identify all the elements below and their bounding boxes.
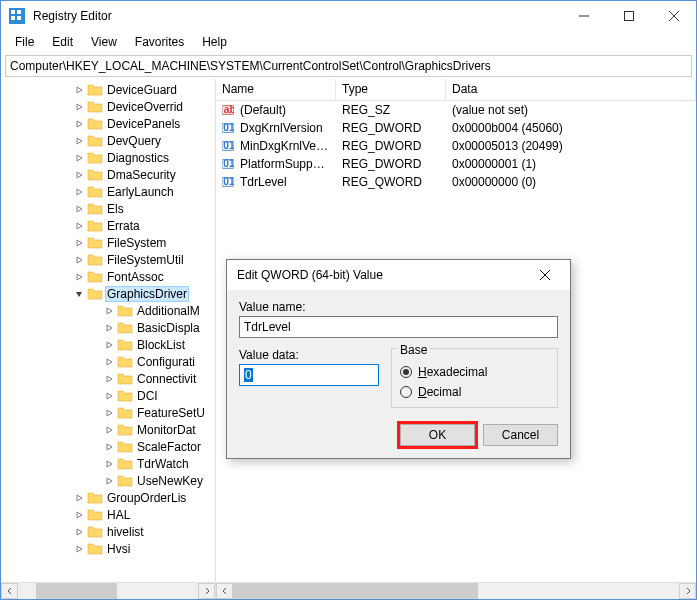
close-button[interactable] — [651, 1, 696, 31]
chevron-right-icon[interactable] — [101, 303, 117, 319]
tree-hscrollbar[interactable] — [1, 582, 215, 599]
tree-item[interactable]: FeatureSetU — [1, 404, 215, 421]
tree-item[interactable]: Connectivit — [1, 370, 215, 387]
titlebar[interactable]: Registry Editor — [1, 1, 696, 31]
chevron-right-icon[interactable] — [71, 490, 87, 506]
tree-pane[interactable]: DeviceGuardDeviceOverridDevicePanelsDevQ… — [1, 79, 216, 599]
maximize-button[interactable] — [606, 1, 651, 31]
tree-item[interactable]: AdditionalM — [1, 302, 215, 319]
tree-item[interactable]: Configurati — [1, 353, 215, 370]
chevron-right-icon[interactable] — [71, 235, 87, 251]
chevron-right-icon[interactable] — [71, 269, 87, 285]
chevron-right-icon[interactable] — [101, 405, 117, 421]
chevron-right-icon[interactable] — [71, 82, 87, 98]
tree-item[interactable]: TdrWatch — [1, 455, 215, 472]
tree-item[interactable]: DCI — [1, 387, 215, 404]
tree-item[interactable]: DeviceGuard — [1, 81, 215, 98]
scroll-right-icon[interactable] — [198, 583, 215, 599]
menu-view[interactable]: View — [83, 33, 125, 51]
tree-item[interactable]: FontAssoc — [1, 268, 215, 285]
radio-hexadecimal[interactable]: Hexadecimal — [400, 365, 549, 379]
dialog-titlebar[interactable]: Edit QWORD (64-bit) Value — [227, 260, 570, 290]
minimize-button[interactable] — [561, 1, 606, 31]
tree-item[interactable]: BasicDispla — [1, 319, 215, 336]
tree-item[interactable]: GroupOrderLis — [1, 489, 215, 506]
tree-item[interactable]: EarlyLaunch — [1, 183, 215, 200]
value-row[interactable]: 011MinDxgKrnlVersi...REG_DWORD0x00005013… — [216, 137, 696, 155]
value-type: REG_SZ — [336, 103, 446, 117]
string-value-icon: ab — [216, 103, 234, 117]
scroll-right-icon[interactable] — [679, 583, 696, 599]
chevron-right-icon[interactable] — [101, 354, 117, 370]
chevron-right-icon[interactable] — [101, 371, 117, 387]
tree-item[interactable]: DeviceOverrid — [1, 98, 215, 115]
tree-item[interactable]: ScaleFactor — [1, 438, 215, 455]
chevron-down-icon[interactable] — [71, 286, 87, 302]
chevron-right-icon[interactable] — [71, 99, 87, 115]
chevron-right-icon[interactable] — [71, 252, 87, 268]
dialog-close-button[interactable] — [530, 260, 560, 290]
chevron-right-icon[interactable] — [71, 218, 87, 234]
folder-icon — [87, 541, 103, 557]
svg-rect-6 — [624, 12, 633, 21]
menu-help[interactable]: Help — [194, 33, 235, 51]
chevron-right-icon[interactable] — [101, 473, 117, 489]
chevron-right-icon[interactable] — [71, 133, 87, 149]
col-type[interactable]: Type — [336, 79, 446, 100]
chevron-right-icon[interactable] — [71, 184, 87, 200]
ok-button[interactable]: OK — [400, 424, 475, 446]
address-bar[interactable]: Computer\HKEY_LOCAL_MACHINE\SYSTEM\Curre… — [5, 55, 692, 77]
chevron-right-icon[interactable] — [101, 320, 117, 336]
chevron-right-icon[interactable] — [101, 337, 117, 353]
menu-file[interactable]: File — [7, 33, 42, 51]
value-row[interactable]: 011DxgKrnlVersionREG_DWORD0x0000b004 (45… — [216, 119, 696, 137]
tree-item[interactable]: Hvsi — [1, 540, 215, 557]
tree-item[interactable]: DmaSecurity — [1, 166, 215, 183]
chevron-right-icon[interactable] — [71, 150, 87, 166]
scroll-left-icon[interactable] — [1, 583, 18, 599]
tree-label: DeviceGuard — [105, 83, 179, 97]
chevron-right-icon[interactable] — [71, 524, 87, 540]
chevron-right-icon[interactable] — [71, 507, 87, 523]
radio-decimal[interactable]: Decimal — [400, 385, 549, 399]
tree-item[interactable]: BlockList — [1, 336, 215, 353]
chevron-right-icon[interactable] — [71, 167, 87, 183]
value-name: DxgKrnlVersion — [234, 121, 336, 135]
tree-item[interactable]: DevQuery — [1, 132, 215, 149]
chevron-right-icon[interactable] — [101, 456, 117, 472]
columns-header[interactable]: Name Type Data — [216, 79, 696, 101]
folder-icon — [87, 167, 103, 183]
cancel-button[interactable]: Cancel — [483, 424, 558, 446]
folder-icon — [87, 82, 103, 98]
tree-item[interactable]: FileSystem — [1, 234, 215, 251]
folder-icon — [87, 184, 103, 200]
tree-label: Hvsi — [105, 542, 132, 556]
tree-item[interactable]: GraphicsDriver — [1, 285, 215, 302]
tree-item[interactable]: HAL — [1, 506, 215, 523]
tree-item[interactable]: Errata — [1, 217, 215, 234]
chevron-right-icon[interactable] — [71, 201, 87, 217]
value-row[interactable]: ab(Default)REG_SZ(value not set) — [216, 101, 696, 119]
tree-item[interactable]: DevicePanels — [1, 115, 215, 132]
value-data-field[interactable]: 0 — [239, 364, 379, 386]
tree-item[interactable]: Els — [1, 200, 215, 217]
tree-item[interactable]: MonitorDat — [1, 421, 215, 438]
tree-item[interactable]: hivelist — [1, 523, 215, 540]
menu-edit[interactable]: Edit — [44, 33, 81, 51]
chevron-right-icon[interactable] — [71, 541, 87, 557]
tree-item[interactable]: UseNewKey — [1, 472, 215, 489]
value-row[interactable]: 011PlatformSuppor...REG_DWORD0x00000001 … — [216, 155, 696, 173]
scroll-left-icon[interactable] — [216, 583, 233, 599]
col-data[interactable]: Data — [446, 79, 696, 100]
chevron-right-icon[interactable] — [71, 116, 87, 132]
menu-favorites[interactable]: Favorites — [127, 33, 192, 51]
col-name[interactable]: Name — [216, 79, 336, 100]
tree-item[interactable]: Diagnostics — [1, 149, 215, 166]
value-name-field[interactable]: TdrLevel — [239, 316, 558, 338]
tree-item[interactable]: FileSystemUtil — [1, 251, 215, 268]
chevron-right-icon[interactable] — [101, 388, 117, 404]
chevron-right-icon[interactable] — [101, 439, 117, 455]
list-hscrollbar[interactable] — [216, 582, 696, 599]
chevron-right-icon[interactable] — [101, 422, 117, 438]
value-row[interactable]: 011TdrLevelREG_QWORD0x00000000 (0) — [216, 173, 696, 191]
